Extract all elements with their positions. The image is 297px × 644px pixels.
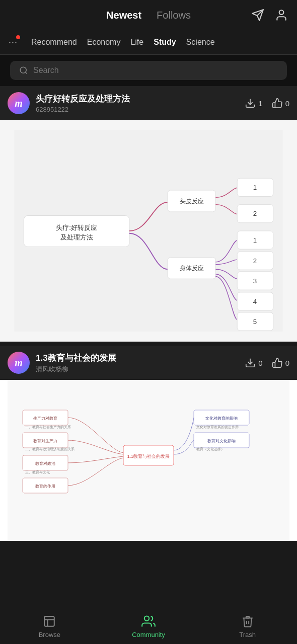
- svg-text:1.3教育与社会的发展: 1.3教育与社会的发展: [127, 454, 170, 459]
- header-tabs: Newest Follows: [106, 10, 191, 21]
- post-2-title[interactable]: 1.3教育与社会的发展: [36, 352, 245, 364]
- search-input-wrap[interactable]: [10, 61, 287, 80]
- download-icon-2: [245, 357, 256, 368]
- svg-text:2: 2: [253, 210, 257, 217]
- post-1-avatar: m: [8, 92, 30, 114]
- svg-text:教育对生产力: 教育对生产力: [33, 439, 57, 443]
- nav-browse[interactable]: Browse: [0, 610, 99, 638]
- category-study[interactable]: Study: [154, 36, 176, 49]
- trash-label: Trash: [239, 631, 256, 638]
- search-bar: [0, 55, 297, 86]
- post-2-author: 清风吹杨柳: [36, 365, 245, 374]
- download-icon: [245, 98, 256, 109]
- nav-community[interactable]: Community: [99, 610, 198, 638]
- post-1-mindmap[interactable]: 头疗:好转反应 及处理方法 头皮反应 1 2 身体反应 1: [0, 120, 297, 342]
- post-2-avatar: m: [8, 352, 30, 374]
- search-input[interactable]: [33, 66, 278, 75]
- svg-point-2: [279, 10, 284, 15]
- svg-text:1: 1: [253, 236, 257, 244]
- svg-text:及处理方法: 及处理方法: [60, 233, 93, 241]
- svg-text:头皮反应: 头皮反应: [180, 198, 204, 205]
- post-1-actions: 1 0: [245, 98, 289, 109]
- svg-text:二、教育与政治经济制度的关系: 二、教育与政治经济制度的关系: [25, 447, 75, 451]
- user-icon[interactable]: [273, 7, 289, 23]
- svg-line-4: [25, 72, 27, 73]
- svg-text:头疗:好转反应: 头疗:好转反应: [56, 224, 97, 231]
- bottom-nav-spacer: [0, 545, 297, 585]
- svg-text:三、教育与文化: 三、教育与文化: [25, 470, 50, 474]
- nav-trash[interactable]: Trash: [198, 610, 297, 638]
- category-economy[interactable]: Economy: [87, 36, 121, 49]
- post-1-title[interactable]: 头疗好转反应及处理方法: [36, 93, 245, 105]
- community-label: Community: [132, 631, 165, 638]
- svg-text:文化对教育发展的促进作用: 文化对教育发展的促进作用: [196, 425, 239, 429]
- like-icon: [272, 98, 283, 109]
- browse-icon: [42, 614, 56, 628]
- svg-text:教育对文化影响: 教育对文化影响: [207, 439, 236, 443]
- post-card-1: m 头疗好转反应及处理方法 628951222 1 0: [0, 86, 297, 342]
- post-1-meta: 头疗好转反应及处理方法 628951222: [36, 93, 245, 113]
- header: Newest Follows: [0, 0, 297, 30]
- svg-rect-49: [45, 616, 55, 626]
- like-icon-2: [272, 357, 283, 368]
- more-categories-button[interactable]: ···: [5, 34, 21, 50]
- send-icon[interactable]: [250, 7, 266, 23]
- post-1-download-button[interactable]: 1: [245, 98, 262, 109]
- svg-text:3: 3: [253, 277, 257, 285]
- post-2-like-count: 0: [285, 359, 289, 367]
- category-science[interactable]: Science: [186, 36, 215, 49]
- svg-rect-53: [246, 616, 249, 618]
- svg-text:1: 1: [253, 184, 257, 191]
- post-1-like-count: 0: [285, 99, 289, 108]
- notification-badge: [16, 35, 20, 39]
- category-recommend[interactable]: Recommend: [31, 36, 77, 49]
- svg-text:一、教育与社会生产力的关系: 一、教育与社会生产力的关系: [25, 425, 71, 429]
- svg-text:文化对教育的影响: 文化对教育的影响: [205, 416, 238, 421]
- post-1-like-button[interactable]: 0: [272, 98, 289, 109]
- post-2-meta: 1.3教育与社会的发展 清风吹杨柳: [36, 352, 245, 374]
- post-1-header: m 头疗好转反应及处理方法 628951222 1 0: [0, 86, 297, 120]
- post-2-header: m 1.3教育与社会的发展 清风吹杨柳 0 0: [0, 346, 297, 380]
- svg-text:教育的作用: 教育的作用: [35, 484, 55, 489]
- svg-text:生产力对教育: 生产力对教育: [33, 416, 57, 421]
- post-2-download-button[interactable]: 0: [245, 357, 262, 368]
- tab-newest[interactable]: Newest: [106, 10, 141, 21]
- svg-text:教育（文化选择）: 教育（文化选择）: [196, 447, 225, 451]
- browse-label: Browse: [39, 631, 60, 638]
- post-2-download-count: 0: [258, 359, 262, 367]
- svg-text:4: 4: [253, 298, 257, 305]
- tab-follows[interactable]: Follows: [157, 10, 191, 21]
- community-icon: [141, 614, 156, 628]
- header-icons: [250, 7, 289, 23]
- svg-text:2: 2: [253, 257, 257, 265]
- trash-icon: [241, 614, 255, 628]
- post-card-2: m 1.3教育与社会的发展 清风吹杨柳 0 0: [0, 346, 297, 541]
- post-2-like-button[interactable]: 0: [272, 357, 289, 368]
- bottom-nav: Browse Community Trash: [0, 604, 297, 644]
- post-1-download-count: 1: [258, 99, 262, 108]
- search-icon: [19, 66, 28, 75]
- svg-text:身体反应: 身体反应: [180, 265, 204, 272]
- post-2-actions: 0 0: [245, 357, 289, 368]
- post-2-image[interactable]: 1.3教育与社会的发展 生产力对教育 教育对生产力 教育对政治 教育的作用 文化…: [0, 380, 297, 541]
- svg-point-52: [144, 616, 149, 620]
- category-life[interactable]: Life: [130, 36, 143, 49]
- svg-point-3: [20, 67, 26, 73]
- post-1-author: 628951222: [36, 106, 245, 113]
- svg-text:5: 5: [253, 318, 257, 326]
- category-bar: ··· Recommend Economy Life Study Science: [0, 30, 297, 55]
- svg-text:教育对政治: 教育对政治: [35, 461, 55, 466]
